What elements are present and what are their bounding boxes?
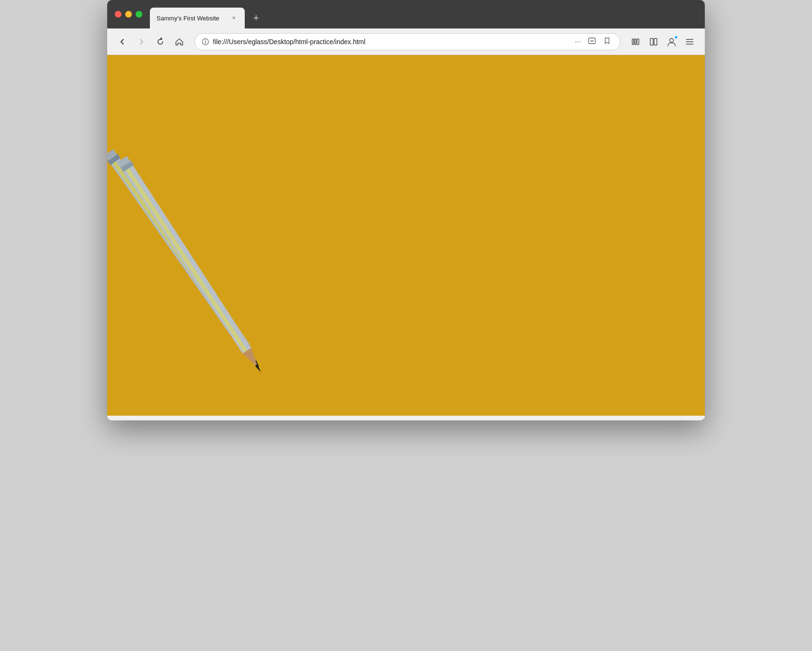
tab-title: Sammy's First Website — [157, 15, 225, 22]
new-tab-button[interactable]: + — [249, 10, 264, 26]
forward-button[interactable] — [134, 34, 149, 49]
svg-rect-3 — [589, 38, 595, 44]
pencils-image — [107, 107, 283, 416]
refresh-button[interactable] — [153, 34, 168, 49]
library-button[interactable] — [628, 34, 643, 49]
svg-rect-5 — [635, 39, 636, 45]
back-button[interactable] — [115, 34, 130, 49]
svg-rect-20 — [125, 167, 247, 353]
home-button[interactable] — [172, 34, 187, 49]
svg-point-2 — [205, 40, 206, 41]
nav-bar: file:///Users/eglass/Desktop/html-practi… — [107, 28, 705, 55]
svg-rect-6 — [637, 39, 639, 45]
browser-bottom — [107, 416, 705, 420]
svg-marker-22 — [255, 364, 262, 373]
tab-close-button[interactable]: × — [230, 14, 238, 22]
tab-area: Sammy's First Website × + — [150, 0, 697, 28]
url-text: file:///Users/eglass/Desktop/html-practi… — [213, 38, 569, 46]
close-button[interactable] — [115, 11, 121, 18]
browser-window: Sammy's First Website × + — [107, 0, 705, 420]
pocket-button[interactable] — [586, 36, 598, 48]
svg-rect-8 — [654, 38, 657, 45]
svg-rect-7 — [650, 38, 653, 45]
traffic-lights — [115, 11, 142, 18]
title-bar: Sammy's First Website × + — [107, 0, 705, 28]
address-bar[interactable]: file:///Users/eglass/Desktop/html-practi… — [194, 33, 620, 50]
minimize-button[interactable] — [125, 11, 132, 18]
address-actions: ··· — [573, 36, 613, 48]
account-button[interactable] — [664, 34, 679, 49]
svg-point-9 — [670, 38, 674, 42]
menu-button[interactable] — [682, 34, 697, 49]
svg-rect-4 — [632, 39, 634, 45]
maximize-button[interactable] — [136, 11, 142, 18]
nav-right-icons — [628, 34, 697, 49]
more-actions-button[interactable]: ··· — [573, 37, 583, 47]
reader-view-button[interactable] — [646, 34, 661, 49]
page-content — [107, 55, 705, 416]
bookmark-button[interactable] — [601, 36, 613, 48]
info-icon[interactable] — [202, 38, 209, 46]
active-tab[interactable]: Sammy's First Website × — [150, 8, 245, 28]
